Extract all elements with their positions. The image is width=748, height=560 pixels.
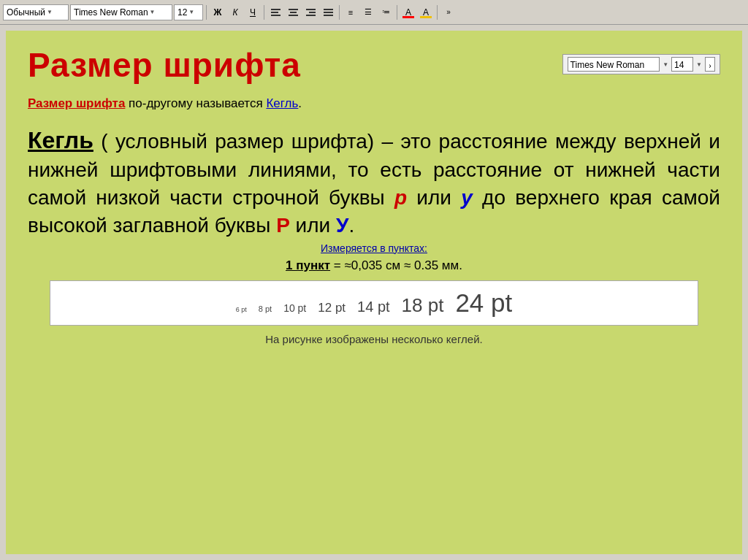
font-size-24pt: 24 pt: [455, 288, 512, 318]
subtitle-dot: .: [298, 96, 302, 110]
underline-button[interactable]: Ч: [245, 4, 261, 20]
align-right-button[interactable]: [302, 4, 318, 20]
measured-link[interactable]: Измеряется в пунктах:: [28, 242, 720, 254]
align-center-icon: [286, 7, 300, 18]
font-more-btn[interactable]: ›: [705, 57, 715, 72]
definition-text5: .: [348, 214, 354, 237]
font-name-display[interactable]: Times New Roman: [568, 57, 660, 72]
size-dropdown-value: 12: [178, 7, 187, 18]
slide-title: Размер шрифта: [28, 45, 301, 85]
align-left-icon: [269, 7, 283, 18]
font-size-10pt: 10 pt: [283, 302, 306, 314]
font-color-indicator: [402, 16, 414, 18]
highlight-indicator: [420, 16, 432, 18]
italic-button[interactable]: К: [227, 4, 243, 20]
separator-1: [206, 5, 207, 20]
y-letter: у: [461, 186, 473, 209]
font-size-display[interactable]: 14: [671, 57, 693, 72]
style-dropdown-value: Обычный: [7, 7, 45, 18]
font-color-button[interactable]: A: [400, 4, 416, 20]
list-ordered-button[interactable]: ≔: [378, 4, 394, 20]
subtitle-paragraph: Размер шрифта по-другому называется Кегл…: [28, 96, 720, 112]
P-letter: Р: [276, 214, 290, 237]
caption: На рисунке изображены несколько кеглей.: [28, 333, 720, 345]
punkt-bold: 1 пункт: [286, 258, 330, 272]
align-justify-button[interactable]: [320, 4, 336, 20]
line-spacing-button[interactable]: ≡: [343, 4, 359, 20]
style-dropdown-arrow: ▼: [47, 9, 53, 15]
definition-text2: или: [407, 186, 461, 209]
bold-button[interactable]: Ж: [210, 4, 226, 20]
size-dropdown[interactable]: 12 ▼: [174, 4, 203, 20]
Y-letter: У: [336, 214, 348, 237]
definition-text4: или: [290, 214, 336, 237]
align-right-icon: [304, 7, 318, 18]
definition-paragraph: Кегль ( условный размер шрифта) – это ра…: [28, 125, 720, 239]
punkt-rest: = ≈0,035 см ≈ 0.35 мм.: [330, 258, 462, 272]
subtitle-link-red[interactable]: Размер шрифта: [28, 96, 125, 110]
kegel-word: Кегль: [28, 127, 94, 153]
font-size-arrow: ▼: [696, 61, 702, 68]
p-letter: р: [394, 186, 407, 209]
font-size-8pt: 8 pt: [259, 304, 272, 313]
font-dropdown-arrow: ▼: [150, 9, 156, 15]
style-dropdown[interactable]: Обычный ▼: [3, 4, 69, 20]
list-unordered-button[interactable]: ☰: [360, 4, 376, 20]
font-size-18pt: 18 pt: [402, 294, 444, 317]
toolbar: Обычный ▼ Times New Roman ▼ 12 ▼ Ж К Ч: [0, 0, 748, 25]
punkt-line: 1 пункт = ≈0,035 см ≈ 0.35 мм.: [28, 258, 720, 273]
align-center-button[interactable]: [285, 4, 301, 20]
font-sizes-demo: 6 pt 8 pt 10 pt 12 pt 14 pt 18 pt 24 pt: [50, 280, 698, 326]
separator-4: [397, 5, 397, 20]
font-dropdown[interactable]: Times New Roman ▼: [70, 4, 172, 20]
font-name-arrow: ▼: [663, 61, 668, 68]
font-sample-box: Times New Roman ▼ 14 ▼ ›: [562, 54, 720, 74]
font-size-6pt: 6 pt: [236, 306, 247, 313]
align-justify-icon: [321, 7, 335, 18]
slide-area: Размер шрифта Times New Roman ▼ 14 ▼ › Р…: [6, 31, 742, 554]
font-dropdown-value: Times New Roman: [74, 7, 148, 18]
separator-5: [437, 5, 438, 20]
size-dropdown-arrow: ▼: [188, 9, 194, 15]
title-row: Размер шрифта Times New Roman ▼ 14 ▼ ›: [28, 45, 720, 85]
highlight-color-button[interactable]: A: [418, 4, 434, 20]
separator-2: [264, 5, 264, 20]
subtitle-text-middle: по-другому называется: [125, 96, 266, 110]
font-size-12pt: 12 pt: [318, 301, 346, 315]
align-left-button[interactable]: [267, 4, 283, 20]
more-button[interactable]: »: [440, 4, 457, 20]
font-size-14pt: 14 pt: [357, 299, 389, 315]
subtitle-link-blue[interactable]: Кегль: [266, 96, 298, 110]
separator-3: [339, 5, 340, 20]
